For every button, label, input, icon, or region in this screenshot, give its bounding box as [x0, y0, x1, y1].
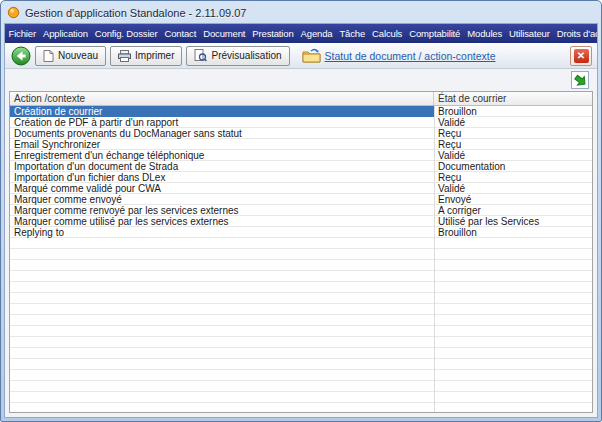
folder-edit-icon [302, 48, 321, 63]
menu-bar: Fichier Application Config. Dossier Cont… [5, 24, 597, 43]
menu-item[interactable]: Comptabilité [406, 24, 464, 43]
imprimer-label: Imprimer [135, 50, 174, 61]
menu-item[interactable]: Config. Dossier [91, 24, 161, 43]
menu-item-label: Document [203, 28, 245, 39]
table-row[interactable]: Marqué comme validé pour CWA Validé [10, 183, 592, 194]
menu-item[interactable]: Agenda [297, 24, 336, 43]
client-area: Fichier Application Config. Dossier Cont… [4, 23, 598, 418]
menu-item-label: Modules [467, 28, 502, 39]
cell-action: Création de courrier [10, 106, 434, 117]
app-window: Gestion d'application Standalone - 2.11.… [0, 0, 602, 422]
window-title: Gestion d'application Standalone - 2.11.… [25, 7, 246, 19]
grid-body: Création de courrier Brouillon Création … [10, 106, 592, 412]
table-row[interactable]: Création de courrier Brouillon [10, 106, 592, 117]
grid-header: Action /contexte État de courrier [10, 92, 592, 106]
table-row[interactable]: Marquer comme renvoyé par les services e… [10, 205, 592, 216]
menu-item-label: Config. Dossier [95, 28, 158, 39]
cell-etat: Documentation [434, 161, 592, 172]
data-grid: Action /contexte État de courrier Créati… [9, 91, 593, 413]
cell-etat: Reçu [434, 172, 592, 183]
toolbar: Nouveau Imprimer [5, 43, 597, 69]
menu-item[interactable]: Document [200, 24, 249, 43]
cell-action: Marquer comme envoyé [10, 194, 434, 205]
menu-item-label: Prestation [252, 28, 293, 39]
menu-item[interactable]: Prestation [249, 24, 297, 43]
menu-item[interactable]: Application [39, 24, 91, 43]
cell-etat: Validé [434, 150, 592, 161]
table-row[interactable]: Importation d'un fichier dans DLex Reçu [10, 172, 592, 183]
new-document-icon [43, 50, 54, 62]
cell-action: Importation d'un fichier dans DLex [10, 172, 434, 183]
cell-action: Email Synchronizer [10, 139, 434, 150]
cell-action: Documents provenants du DocManager sans … [10, 128, 434, 139]
export-button[interactable] [571, 71, 589, 89]
close-button[interactable]: ✕ [570, 46, 592, 66]
cell-action: Marqué comme validé pour CWA [10, 183, 434, 194]
cell-etat: A corriger [434, 205, 592, 216]
content-area: Action /contexte État de courrier Créati… [5, 69, 597, 417]
cell-etat: Envoyé [434, 194, 592, 205]
close-icon: ✕ [574, 49, 589, 63]
column-header-action[interactable]: Action /contexte [10, 92, 434, 105]
menu-item-label: Droits d'accès [557, 28, 597, 39]
menu-item[interactable]: Fichier [5, 24, 39, 43]
menu-item[interactable]: Tâche [336, 24, 369, 43]
cell-etat: Brouillon [434, 106, 592, 117]
menu-item-label: Application [43, 28, 88, 39]
context-status-link[interactable]: Statut de document / action-contexte [325, 50, 496, 62]
menu-item[interactable]: Calculs [369, 24, 406, 43]
menu-item-label: Fichier [9, 28, 36, 39]
table-row[interactable]: Replying to Brouillon [10, 227, 592, 238]
table-row[interactable]: Importation d'un document de Strada Docu… [10, 161, 592, 172]
cell-etat: Reçu [434, 128, 592, 139]
menu-item[interactable]: Contact [161, 24, 200, 43]
table-row[interactable]: Documents provenants du DocManager sans … [10, 128, 592, 139]
cell-action: Enregistrement d'un échange téléphonique [10, 150, 434, 161]
imprimer-button[interactable]: Imprimer [110, 46, 182, 66]
table-row[interactable]: Enregistrement d'un échange téléphonique… [10, 150, 592, 161]
cell-etat: Validé [434, 117, 592, 128]
back-icon [11, 46, 31, 66]
menu-item-label: Utilisateur [509, 28, 550, 39]
cell-action: Marquer comme utilisé par les services e… [10, 216, 434, 227]
app-icon [7, 6, 20, 19]
cell-etat: Utilisé par les Services [434, 216, 592, 227]
back-button[interactable] [10, 45, 31, 66]
table-row[interactable]: Marquer comme envoyé Envoyé [10, 194, 592, 205]
menu-item-label: Agenda [301, 28, 333, 39]
menu-item-label: Calculs [372, 28, 402, 39]
magnifier-page-icon [194, 49, 207, 62]
cell-action: Replying to [10, 227, 434, 238]
cell-etat: Reçu [434, 139, 592, 150]
menu-item-label: Tâche [339, 28, 365, 39]
cell-etat: Brouillon [434, 227, 592, 238]
cell-action: Création de PDF à partir d'un rapport [10, 117, 434, 128]
menu-item-label: Comptabilité [409, 28, 460, 39]
cell-action: Marquer comme renvoyé par les services e… [10, 205, 434, 216]
cell-action: Importation d'un document de Strada [10, 161, 434, 172]
table-row[interactable]: Email Synchronizer Reçu [10, 139, 592, 150]
title-bar[interactable]: Gestion d'application Standalone - 2.11.… [1, 1, 601, 22]
menu-item[interactable]: Utilisateur [506, 24, 554, 43]
printer-icon [118, 50, 131, 62]
column-header-etat[interactable]: État de courrier [434, 92, 592, 105]
nouveau-label: Nouveau [58, 50, 98, 61]
preview-label: Prévisualisation [211, 50, 281, 61]
cell-etat: Validé [434, 183, 592, 194]
menu-item[interactable]: Modules [464, 24, 506, 43]
menu-item-label: Contact [165, 28, 197, 39]
green-arrow-icon [574, 74, 587, 87]
menu-item[interactable]: Droits d'accès [553, 24, 597, 43]
nouveau-button[interactable]: Nouveau [35, 46, 106, 66]
table-row[interactable]: Marquer comme utilisé par les services e… [10, 216, 592, 227]
preview-button[interactable]: Prévisualisation [186, 46, 289, 66]
table-row[interactable]: Création de PDF à partir d'un rapport Va… [10, 117, 592, 128]
